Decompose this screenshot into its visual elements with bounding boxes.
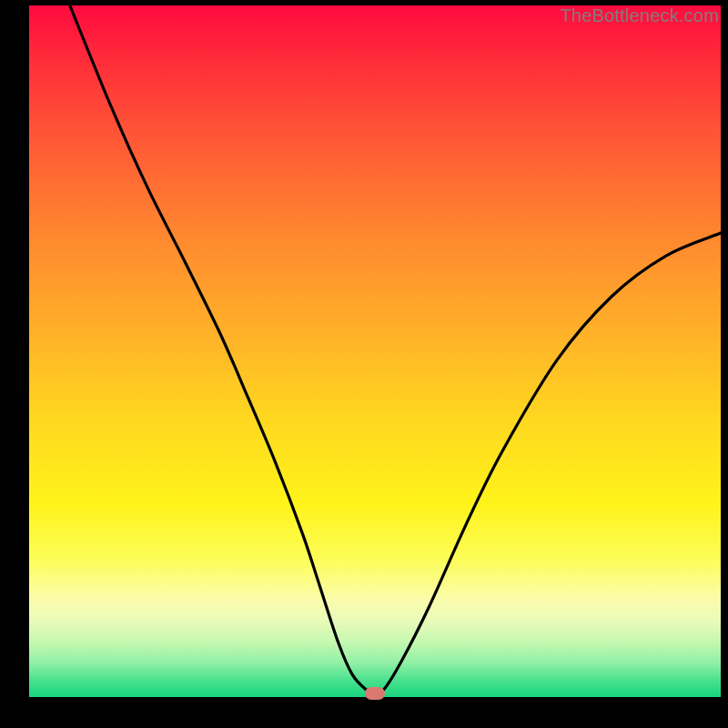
bottleneck-curve: [70, 5, 721, 693]
minimum-marker: [365, 687, 385, 700]
watermark-text: TheBottleneck.com: [560, 5, 719, 26]
curve-layer: [29, 5, 721, 697]
plot-area: [29, 5, 721, 697]
chart-stage: TheBottleneck.com: [0, 0, 728, 728]
